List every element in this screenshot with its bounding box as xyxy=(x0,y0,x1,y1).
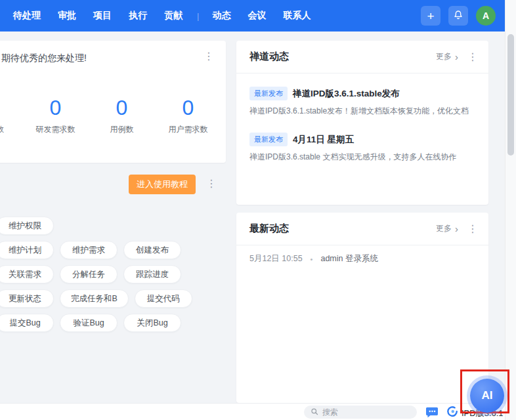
quicklink-pill[interactable]: 创建发布 xyxy=(123,241,181,259)
tag-row: 关联需求 分解任务 跟踪进度 xyxy=(0,265,181,284)
top-navbar: 待处理 审批 项目 执行 贡献 | 动态 会议 联系人 + A xyxy=(0,0,505,32)
scrollbar-thumb[interactable] xyxy=(507,34,514,156)
more-label: 更多 xyxy=(436,51,452,62)
quicklink-pill[interactable]: 分解任务 xyxy=(60,265,118,284)
news-item-desc: 禅道IPD版3.6.1.stable发布！新增文档版本恢复功能，优化文档 xyxy=(249,106,487,117)
zentao-dashboard: 待处理 审批 项目 执行 贡献 | 动态 会议 联系人 + A xyxy=(0,0,516,420)
news-badge: 最新发布 xyxy=(249,133,288,146)
quicklink-pill[interactable]: 验证Bug xyxy=(60,314,118,332)
quicklink-pill[interactable]: 关闭Bug xyxy=(123,314,181,332)
card-header: 禅道动态 更多 › ⋮ xyxy=(236,41,488,74)
quicklink-pill[interactable]: 关联需求 xyxy=(0,265,54,284)
annotation-red-box: AI xyxy=(460,369,509,413)
card-header: 最新动态 更多 › ⋮ xyxy=(236,213,488,245)
nav-item-dynamics[interactable]: 动态 xyxy=(212,10,230,22)
scrollbar-track xyxy=(505,0,516,420)
tag-row: 维护计划 维护需求 创建发布 xyxy=(0,241,181,259)
quicklink-pill[interactable]: 跟踪进度 xyxy=(123,265,181,284)
activity-text: admin 登录系统 xyxy=(320,253,378,264)
search-box[interactable] xyxy=(304,406,417,419)
todo-stats: 0 研发需求数 0 用例数 0 用户需求数 xyxy=(22,96,221,135)
stat-user-requirements: 0 用户需求数 xyxy=(155,96,221,135)
news-item-desc: 禅道IPD版3.6.stable 文档实现无感升级，支持多人在线协作 xyxy=(249,152,487,163)
nav-item-approval[interactable]: 审批 xyxy=(58,10,76,22)
stat-test-cases: 0 用例数 xyxy=(89,96,155,135)
quicklink-pill[interactable]: 更新状态 xyxy=(0,289,54,308)
search-input[interactable] xyxy=(322,408,408,417)
feedback-chat-icon[interactable] xyxy=(425,406,439,420)
quicklink-pill[interactable]: 完成任务和B xyxy=(60,289,129,308)
zentao-news-card: 禅道动态 更多 › ⋮ 最新发布 禅道IPD版3.6.1.stable发布 禅道… xyxy=(236,41,488,205)
latest-activity-card: 最新动态 更多 › ⋮ 5月12日 10:55 • admin 登录系统 xyxy=(236,213,488,403)
nav-item-execution[interactable]: 执行 xyxy=(129,10,147,22)
open-tutorial-button[interactable]: 进入使用教程 xyxy=(129,175,196,194)
notifications-button[interactable] xyxy=(448,6,468,26)
search-icon xyxy=(311,406,318,418)
zentao-logo-icon xyxy=(446,406,458,420)
stat-label: 用户需求数 xyxy=(155,124,221,135)
news-item: 最新发布 禅道IPD版3.6.1.stable发布 xyxy=(249,87,479,100)
chevron-right-icon: › xyxy=(455,224,458,234)
stat-value[interactable]: 0 xyxy=(89,96,155,120)
nav-separator: | xyxy=(197,11,199,21)
todo-card-title: 期待优秀的您来处理! xyxy=(1,52,87,64)
todo-card: 期待优秀的您来处理! ⋮ 数 0 研发需求数 0 用例数 0 用户需求数 xyxy=(0,41,226,163)
news-item-title[interactable]: 4月11日 星期五 xyxy=(293,134,354,146)
tutorial-section: 进入使用教程 ⋮ 维护权限 维护计划 维护需求 创建发布 关联需求 分解任务 跟… xyxy=(0,171,227,354)
nav-item-meeting[interactable]: 会议 xyxy=(247,10,266,22)
stat-value[interactable]: 0 xyxy=(155,96,221,120)
kebab-menu-icon[interactable]: ⋮ xyxy=(467,52,478,62)
quicklink-pill[interactable]: 维护权限 xyxy=(0,217,54,235)
activity-item: 5月12日 10:55 • admin 登录系统 xyxy=(249,253,378,264)
quicklink-pill[interactable]: 提交Bug xyxy=(0,314,54,332)
tag-row: 维护权限 xyxy=(0,217,54,235)
activity-time: 5月12日 10:55 xyxy=(249,253,303,264)
kebab-menu-icon[interactable]: ⋮ xyxy=(467,224,478,234)
nav-item-project[interactable]: 项目 xyxy=(93,10,112,22)
quicklink-pill[interactable]: 维护需求 xyxy=(60,241,118,259)
nav-right-controls: + A xyxy=(421,6,496,26)
more-link[interactable]: 更多 › xyxy=(436,51,458,62)
nav-menu: 待处理 审批 项目 执行 贡献 | 动态 会议 联系人 xyxy=(13,10,328,22)
nav-item-contacts[interactable]: 联系人 xyxy=(283,10,311,22)
tag-row: 更新状态 完成任务和B 提交代码 xyxy=(0,289,192,308)
cut-stat-label: 数 xyxy=(0,124,4,135)
nav-item-contribution[interactable]: 贡献 xyxy=(164,10,183,22)
bottom-bar: IPD版3.6.1 xyxy=(0,403,505,420)
nav-item-todo[interactable]: 待处理 xyxy=(13,10,41,22)
create-button[interactable]: + xyxy=(421,6,441,26)
stat-value[interactable]: 0 xyxy=(22,96,89,120)
quicklink-pill[interactable]: 提交代码 xyxy=(135,289,192,308)
news-item: 最新发布 4月11日 星期五 xyxy=(249,133,479,146)
tag-row: 提交Bug 验证Bug 关闭Bug xyxy=(0,314,181,332)
kebab-menu-icon[interactable]: ⋮ xyxy=(204,51,214,62)
bell-icon xyxy=(453,10,463,22)
news-badge: 最新发布 xyxy=(249,87,288,100)
card-title: 最新动态 xyxy=(249,222,436,235)
more-link[interactable]: 更多 › xyxy=(436,223,458,234)
card-title: 禅道动态 xyxy=(249,51,436,63)
user-avatar[interactable]: A xyxy=(476,6,496,26)
news-item-title[interactable]: 禅道IPD版3.6.1.stable发布 xyxy=(293,88,400,100)
chevron-right-icon: › xyxy=(455,52,458,62)
quicklink-pill[interactable]: 维护计划 xyxy=(0,241,54,259)
stat-label: 研发需求数 xyxy=(22,124,89,135)
plus-icon: + xyxy=(427,10,434,22)
stat-dev-requirements: 0 研发需求数 xyxy=(22,96,89,135)
kebab-menu-icon[interactable]: ⋮ xyxy=(206,178,217,189)
ai-assistant-button[interactable]: AI xyxy=(470,379,504,413)
more-label: 更多 xyxy=(436,223,452,234)
bullet-icon: • xyxy=(311,255,313,263)
stat-label: 用例数 xyxy=(89,124,155,135)
